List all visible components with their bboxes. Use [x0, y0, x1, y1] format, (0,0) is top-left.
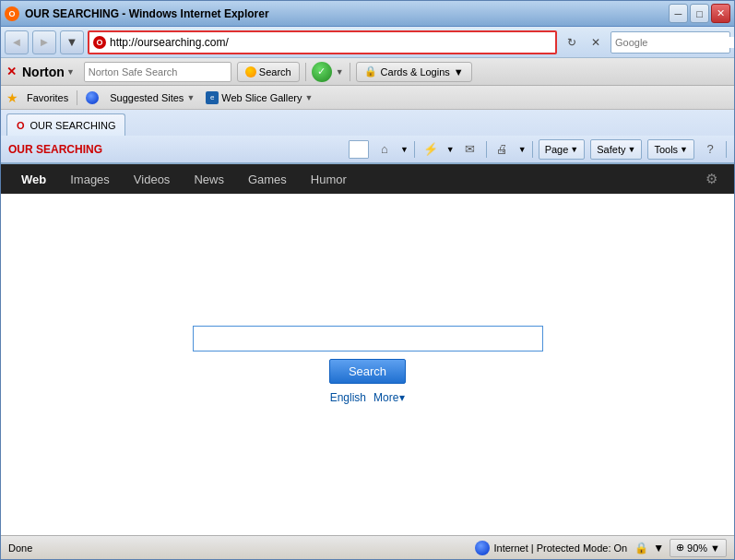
- empty-search-box[interactable]: [349, 140, 369, 159]
- status-right-area: 🔒 ▼ ⊕ 90% ▼: [634, 539, 727, 557]
- web-slice-label: Web Slice Gallery: [221, 92, 302, 103]
- norton-search-button[interactable]: Search: [237, 62, 300, 82]
- tools-menu-button[interactable]: Tools ▼: [647, 139, 694, 160]
- globe-small-icon: [86, 91, 99, 104]
- search-form: Search English More ▾: [193, 326, 543, 404]
- zoom-label: 90%: [687, 542, 707, 554]
- ctrl-sep-1: [414, 141, 415, 158]
- tab-title: OUR SEARCHING: [30, 120, 116, 131]
- tab-videos[interactable]: Videos: [123, 169, 182, 190]
- norton-search-label: Search: [259, 66, 291, 77]
- globe-icon: [475, 541, 490, 555]
- window-title: OUR SEARCHING - Windows Internet Explore…: [25, 7, 269, 20]
- tools-chevron-icon: ▼: [680, 145, 688, 154]
- google-search-box: 🔍: [611, 31, 730, 54]
- page-menu-button[interactable]: Page ▼: [539, 139, 586, 160]
- norton-cards-label: Cards & Logins: [381, 66, 450, 77]
- more-label: More: [373, 391, 398, 404]
- title-bar: O OUR SEARCHING - Windows Internet Explo…: [1, 1, 734, 27]
- status-text: Done: [8, 542, 468, 554]
- norton-checkmark-icon[interactable]: ✓: [312, 62, 332, 82]
- page-tab[interactable]: O OUR SEARCHING: [6, 113, 125, 136]
- feeds-button[interactable]: ⚡: [421, 139, 441, 160]
- safety-chevron-icon: ▼: [627, 145, 635, 154]
- title-bar-controls: ─ □ ✕: [669, 4, 730, 23]
- lock-chevron-icon[interactable]: ▼: [653, 542, 664, 554]
- norton-logo: Norton ▼: [22, 65, 75, 79]
- tab-web[interactable]: Web: [10, 169, 57, 190]
- main-search-input[interactable]: [193, 326, 543, 351]
- title-bar-left: O OUR SEARCHING - Windows Internet Explo…: [5, 6, 269, 21]
- favorites-label[interactable]: Favorites: [24, 91, 71, 104]
- norton-search-box: [84, 62, 231, 82]
- tab-and-controls-area: O OUR SEARCHING OUR SEARCHING ⌂ ▼ ⚡ ▼ ✉ …: [1, 110, 734, 164]
- settings-gear-icon[interactable]: ⚙: [698, 167, 725, 191]
- tab-opera-icon: O: [17, 120, 25, 131]
- browser-icon: O: [5, 6, 19, 21]
- back-button[interactable]: ◄: [5, 30, 29, 54]
- tools-menu-label: Tools: [654, 144, 678, 155]
- read-mail-button[interactable]: ✉: [460, 139, 480, 160]
- recent-pages-button[interactable]: ▼: [60, 30, 84, 54]
- lock-icon: 🔒: [634, 542, 647, 554]
- more-chevron-icon: ▾: [399, 391, 405, 404]
- main-search-button[interactable]: Search: [329, 359, 406, 384]
- search-lang-row: English More ▾: [330, 391, 406, 404]
- norton-search-input[interactable]: [89, 66, 227, 77]
- tab-images[interactable]: Images: [59, 169, 121, 190]
- norton-chevron-icon[interactable]: ▼: [66, 67, 75, 77]
- restore-button[interactable]: □: [690, 4, 709, 23]
- web-slice-button[interactable]: e Web Slice Gallery ▼: [203, 90, 315, 105]
- norton-separator-2: [350, 63, 350, 81]
- search-orb-icon: [245, 66, 256, 77]
- print-chevron-icon[interactable]: ▼: [518, 145, 527, 154]
- norton-close-icon[interactable]: ✕: [6, 65, 17, 78]
- close-button[interactable]: ✕: [711, 4, 730, 23]
- page-chevron-icon: ▼: [570, 145, 578, 154]
- page-title: OUR SEARCHING: [8, 143, 343, 156]
- safety-menu-button[interactable]: Safety ▼: [590, 139, 642, 160]
- feeds-chevron-icon[interactable]: ▼: [446, 145, 455, 154]
- refresh-button[interactable]: ↻: [561, 31, 583, 54]
- zoom-button[interactable]: ⊕ 90% ▼: [670, 539, 727, 557]
- suggested-sites-button[interactable]: Suggested Sites ▼: [107, 91, 197, 104]
- address-bar: O: [88, 30, 557, 54]
- home-chevron-icon[interactable]: ▼: [400, 145, 409, 154]
- english-link[interactable]: English: [330, 391, 366, 404]
- page-controls-bar: OUR SEARCHING ⌂ ▼ ⚡ ▼ ✉ 🖨 ▼ Page ▼ Safet…: [1, 136, 734, 163]
- web-slice-chevron-icon: ▼: [305, 93, 314, 102]
- fav-separator: [77, 90, 77, 105]
- ctrl-sep-2: [486, 141, 487, 158]
- norton-separator: [305, 63, 306, 81]
- address-input[interactable]: [110, 36, 551, 49]
- norton-checkmark-chevron[interactable]: ▼: [336, 67, 344, 77]
- ctrl-sep-4: [726, 141, 727, 158]
- suggested-sites-label: Suggested Sites: [110, 92, 184, 103]
- print-button[interactable]: 🖨: [492, 139, 513, 160]
- forward-button[interactable]: ►: [32, 30, 56, 54]
- home-button[interactable]: ⌂: [374, 139, 395, 160]
- tab-news[interactable]: News: [183, 169, 235, 190]
- norton-cards-chevron: ▼: [454, 66, 464, 77]
- help-button[interactable]: ?: [700, 139, 720, 160]
- google-search-input[interactable]: [615, 37, 735, 48]
- internet-status: Internet | Protected Mode: On: [475, 541, 627, 555]
- opera-icon: O: [93, 36, 106, 49]
- status-bar: Done Internet | Protected Mode: On 🔒 ▼ ⊕…: [1, 535, 734, 559]
- minimize-button[interactable]: ─: [669, 4, 688, 23]
- norton-cards-button[interactable]: 🔒 Cards & Logins ▼: [356, 62, 472, 82]
- stop-button[interactable]: ✕: [585, 31, 607, 54]
- main-content: Search English More ▾: [1, 194, 734, 535]
- tab-row: O OUR SEARCHING: [1, 110, 734, 136]
- more-link[interactable]: More ▾: [373, 391, 405, 404]
- nav-right-icons: ↻ ✕: [561, 31, 607, 54]
- suggested-chevron-icon: ▼: [186, 93, 195, 102]
- tab-humor[interactable]: Humor: [300, 169, 358, 190]
- safety-menu-label: Safety: [597, 144, 625, 155]
- web-slice-icon: e: [206, 91, 219, 104]
- internet-label: Internet | Protected Mode: On: [493, 542, 627, 554]
- favorites-bar: ★ Favorites Suggested Sites ▼ e Web Slic…: [1, 86, 734, 110]
- favorites-globe-icon: [83, 90, 101, 105]
- tab-games[interactable]: Games: [237, 169, 298, 190]
- norton-label: Norton: [22, 65, 65, 79]
